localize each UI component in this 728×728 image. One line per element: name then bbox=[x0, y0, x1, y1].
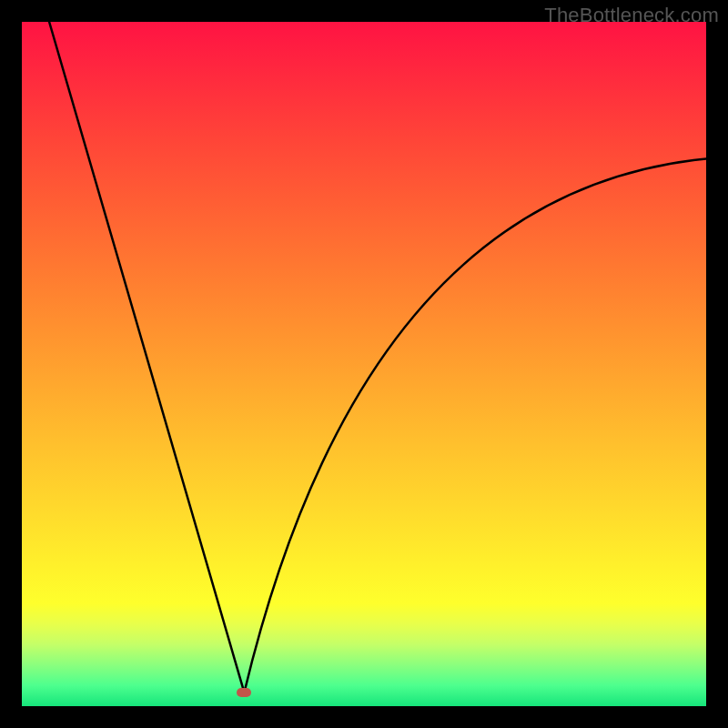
bottleneck-curve bbox=[22, 22, 706, 706]
minimum-marker bbox=[237, 688, 251, 697]
bottleneck-chart: TheBottleneck.com bbox=[0, 0, 728, 728]
watermark-text: TheBottleneck.com bbox=[544, 4, 719, 27]
plot-area bbox=[22, 22, 706, 706]
